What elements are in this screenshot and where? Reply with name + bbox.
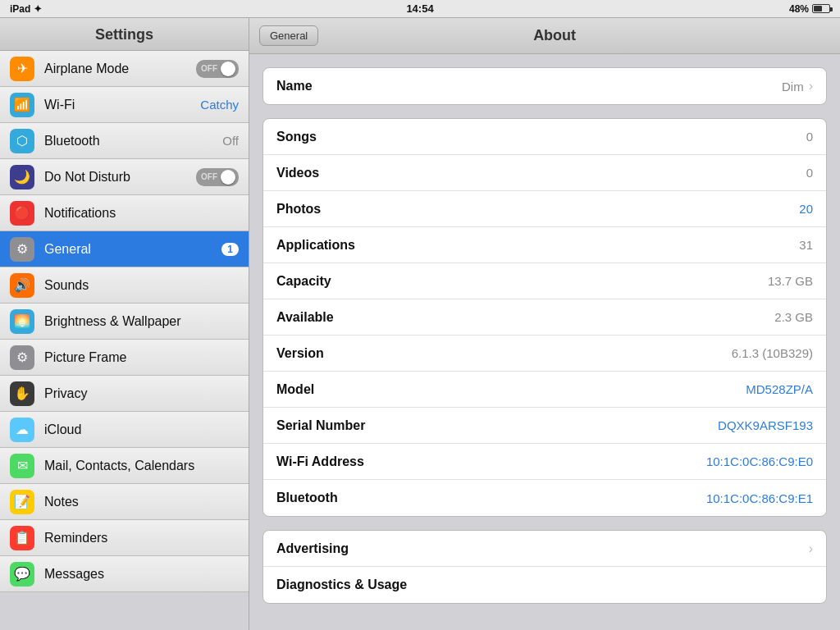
row-value-1-5: 2.3 GB [774,310,813,324]
icloud-icon: ☁ [10,418,34,442]
status-left: iPad ✦ [10,3,42,15]
sidebar-items: ✈Airplane ModeOFF📶Wi-FiCatchy⬡BluetoothO… [0,51,249,592]
row-label-1-4: Capacity [276,274,768,289]
chevron-icon-0-0: › [809,79,813,94]
sidebar-item-notes[interactable]: 📝Notes [0,484,249,520]
row-1-10: Bluetooth10:1C:0C:86:C9:E1 [263,480,826,516]
general-label: General [44,242,215,257]
row-value-0-0: Dim [782,80,804,94]
airplane-mode-icon: ✈ [10,57,34,81]
device-label: iPad ✦ [10,3,42,15]
row-1-5: Available2.3 GB [263,299,826,336]
sidebar-item-brightness[interactable]: 🌅Brightness & Wallpaper [0,304,249,340]
sidebar-item-reminders[interactable]: 📋Reminders [0,520,249,556]
sidebar-item-wifi[interactable]: 📶Wi-FiCatchy [0,87,249,123]
row-1-8: Serial NumberDQXK9ARSF193 [263,408,826,444]
do-not-disturb-icon: 🌙 [10,165,34,189]
sidebar-item-privacy[interactable]: ✋Privacy [0,376,249,412]
row-1-3: Applications31 [263,227,826,263]
mail-icon: ✉ [10,454,34,478]
row-label-1-7: Model [276,382,746,397]
sidebar-item-icloud[interactable]: ☁iCloud [0,412,249,448]
row-label-2-1: Diagnostics & Usage [276,578,813,592]
battery-percent: 48% [789,3,809,15]
row-1-2: Photos20 [263,191,826,227]
row-value-1-1: 0 [806,166,813,180]
reminders-label: Reminders [44,531,239,546]
do-not-disturb-toggle[interactable]: OFF [196,168,239,186]
row-1-1: Videos0 [263,155,826,191]
row-label-1-9: Wi-Fi Address [276,454,706,469]
row-1-0: Songs0 [263,119,826,155]
notifications-label: Notifications [44,206,239,221]
row-value-1-9: 10:1C:0C:86:C9:E0 [706,454,813,468]
reminders-icon: 📋 [10,526,34,550]
row-label-0-0: Name [276,79,782,94]
row-1-6: Version6.1.3 (10B329) [263,336,826,372]
section-0: NameDim› [262,67,827,105]
sidebar-item-airplane-mode[interactable]: ✈Airplane ModeOFF [0,51,249,87]
sounds-label: Sounds [44,278,239,293]
back-button[interactable]: General [259,25,318,46]
general-icon: ⚙ [10,237,34,262]
bluetooth-value: Off [222,134,239,148]
sidebar-item-bluetooth[interactable]: ⬡BluetoothOff [0,123,249,159]
airplane-mode-toggle[interactable]: OFF [196,60,239,78]
picture-frame-icon: ⚙ [10,345,34,370]
row-value-1-4: 13.7 GB [768,274,813,288]
sidebar-item-picture-frame[interactable]: ⚙Picture Frame [0,340,249,376]
sidebar-item-general[interactable]: ⚙General1 [0,231,249,267]
picture-frame-label: Picture Frame [44,350,239,365]
row-value-1-2: 20 [799,202,813,216]
battery-icon [812,4,830,13]
row-2-1: Diagnostics & Usage [263,567,826,603]
notifications-icon: 🔴 [10,201,34,226]
wifi-label: Wi-Fi [44,98,200,112]
icloud-label: iCloud [44,422,239,437]
content-title: About [328,27,781,44]
status-bar: iPad ✦ 14:54 48% [0,0,840,18]
row-1-4: Capacity13.7 GB [263,263,826,299]
status-time: 14:54 [406,2,433,15]
airplane-mode-label: Airplane Mode [44,62,196,76]
messages-label: Messages [44,567,239,582]
content-area: General About NameDim›Songs0Videos0Photo… [249,18,840,630]
row-1-7: ModelMD528ZP/A [263,372,826,408]
row-value-1-8: DQXK9ARSF193 [718,418,813,432]
section-2: Advertising›Diagnostics & Usage [262,530,827,604]
row-0-0[interactable]: NameDim› [263,68,826,104]
status-right: 48% [789,3,830,15]
sidebar-item-do-not-disturb[interactable]: 🌙Do Not DisturbOFF [0,159,249,195]
chevron-icon-2-0: › [809,541,813,556]
sidebar-item-mail[interactable]: ✉Mail, Contacts, Calendars [0,448,249,484]
row-value-1-3: 31 [799,238,813,252]
row-value-1-0: 0 [806,130,813,144]
privacy-label: Privacy [44,386,239,401]
bluetooth-label: Bluetooth [44,134,222,148]
sounds-icon: 🔊 [10,273,34,298]
section-1: Songs0Videos0Photos20Applications31Capac… [262,118,827,517]
sidebar-item-messages[interactable]: 💬Messages [0,556,249,592]
main-layout: Settings ✈Airplane ModeOFF📶Wi-FiCatchy⬡B… [0,18,840,630]
notes-label: Notes [44,495,239,509]
mail-label: Mail, Contacts, Calendars [44,459,239,473]
row-label-1-5: Available [276,310,774,325]
row-label-1-10: Bluetooth [276,491,706,505]
sidebar-item-sounds[interactable]: 🔊Sounds [0,267,249,304]
row-1-9: Wi-Fi Address10:1C:0C:86:C9:E0 [263,444,826,480]
bluetooth-icon: ⬡ [10,129,34,153]
wifi-value: Catchy [200,98,239,112]
sidebar-item-notifications[interactable]: 🔴Notifications [0,195,249,231]
wifi-icon: 📶 [10,93,34,117]
sidebar: Settings ✈Airplane ModeOFF📶Wi-FiCatchy⬡B… [0,18,249,630]
row-value-1-10: 10:1C:0C:86:C9:E1 [706,491,813,505]
row-2-0[interactable]: Advertising› [263,531,826,567]
content-header: General About [249,18,840,54]
row-label-1-6: Version [276,346,732,361]
row-label-1-2: Photos [276,202,799,217]
row-label-1-1: Videos [276,166,806,180]
content-body: NameDim›Songs0Videos0Photos20Application… [249,54,840,617]
row-value-1-6: 6.1.3 (10B329) [732,346,813,360]
privacy-icon: ✋ [10,381,34,406]
row-value-1-7: MD528ZP/A [746,382,813,396]
